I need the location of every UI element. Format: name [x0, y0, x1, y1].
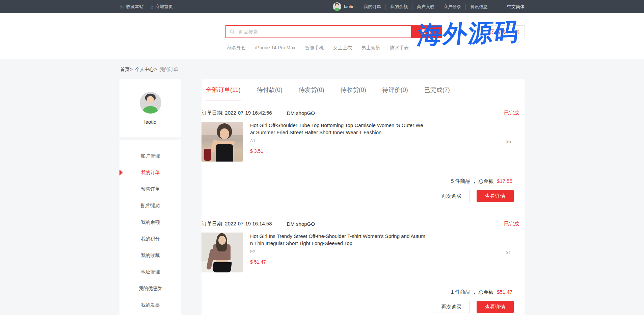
sidebar: laotie 账户管理 我的订单 预售订单 售后/退款 我的余额 我的积分 我的…	[119, 79, 181, 315]
nav-link-women-tops[interactable]: 女士上衣	[333, 45, 352, 51]
product-title[interactable]: Hot Girl Ins Trendy Street Off-the-Shoul…	[250, 233, 426, 247]
topbar-link-merchant-login[interactable]: 商户登录	[439, 4, 465, 10]
header: 搜索 购物车（3） 秋冬外套 iPhone 14 Pro Max 智能手机 女士…	[0, 13, 644, 59]
sidebar-item-my-invoices[interactable]: 我的发票	[119, 297, 181, 313]
order-summary-text: 1 件商品 ， 总金额	[451, 289, 493, 295]
order-date: 订单日期: 2022-07-19 16:14:58	[202, 221, 272, 227]
order-tabs: 全部订单(11) 待付款(0) 待发货(0) 待收货(0) 待评价(0) 已完成…	[202, 79, 525, 100]
cart-label: 购物车（3）	[496, 29, 522, 35]
nav-link-men-shorts[interactable]: 男士短裤	[361, 45, 380, 51]
language-selector[interactable]: 中文简体	[507, 4, 525, 10]
order-product-row: Hot Girl Ins Trendy Street Off-the-Shoul…	[202, 233, 525, 272]
product-quantity: x1	[506, 250, 511, 255]
order-status-badge: 已完成	[504, 110, 519, 116]
order-total: $51.47	[497, 289, 512, 295]
order-card: 订单日期: 2022-07-19 16:42:56 DM shopGO 已完成 …	[202, 110, 525, 211]
sidebar-menu: 账户管理 我的订单 预售订单 售后/退款 我的余额 我的积分 我的收藏 地址管理…	[119, 140, 181, 315]
topbar-user[interactable]: laotie	[333, 2, 354, 11]
sidebar-item-address[interactable]: 地址管理	[119, 264, 181, 280]
nav-link-iphone[interactable]: iPhone 14 Pro Max	[255, 45, 295, 51]
header-nav: 秋冬外套 iPhone 14 Pro Max 智能手机 女士上衣 男士短裤 防水…	[227, 45, 409, 51]
tab-pending-shipment[interactable]: 待发货(0)	[299, 79, 324, 100]
order-summary: 5 件商品 ， 总金额 $17.55	[202, 178, 525, 185]
username: laotie	[344, 4, 354, 9]
sidebar-item-my-favorites[interactable]: 我的收藏	[119, 247, 181, 264]
profile-avatar[interactable]	[140, 92, 161, 114]
sidebar-item-presale-orders[interactable]: 预售订单	[119, 181, 181, 197]
topbar: ☆ 收藏本站 ⌂ 商城首页 laotie 我的订单 我的余额 商户入驻 商户登录…	[0, 0, 644, 13]
sidebar-item-account[interactable]: 账户管理	[119, 148, 181, 164]
view-details-button[interactable]: 查看详情	[477, 301, 514, 313]
product-image[interactable]	[202, 233, 243, 272]
profile-card: laotie	[119, 79, 181, 137]
order-divider	[202, 280, 525, 280]
tab-pending-payment[interactable]: 待付款(0)	[257, 79, 283, 100]
store-name[interactable]: DM shopGO	[287, 110, 315, 116]
product-spec: F2	[250, 249, 506, 254]
cart-icon	[488, 28, 494, 35]
tab-pending-review[interactable]: 待评价(0)	[382, 79, 408, 100]
order-date: 订单日期: 2022-07-19 16:42:56	[202, 110, 272, 116]
product-title[interactable]: Hot Girl Off-Shoulder Tube Top Bottoming…	[250, 122, 426, 136]
sidebar-item-my-balance[interactable]: 我的余额	[119, 214, 181, 231]
topbar-right: laotie 我的订单 我的余额 商户入驻 商户登录 资讯信息 中文简体	[333, 2, 525, 11]
order-product-row: Hot Girl Off-Shoulder Tube Top Bottoming…	[202, 122, 525, 162]
user-avatar	[333, 2, 341, 11]
topbar-mall-home-label: 商城首页	[156, 4, 173, 10]
search-input[interactable]	[225, 25, 411, 38]
search-button[interactable]: 搜索	[411, 25, 442, 38]
breadcrumb-user-center[interactable]: 个人中心	[135, 67, 154, 72]
order-total: $17.55	[497, 178, 512, 184]
product-price: $ 3.51	[250, 148, 506, 154]
sidebar-item-aftersale-refund[interactable]: 售后/退款	[119, 197, 181, 214]
profile-username: laotie	[144, 119, 157, 125]
order-status-badge: 已完成	[504, 221, 519, 227]
sidebar-item-my-coupons[interactable]: 我的优惠券	[119, 280, 181, 297]
product-spec: A1	[250, 138, 506, 143]
topbar-left: ☆ 收藏本站 ⌂ 商城首页	[119, 4, 173, 10]
breadcrumb-current: 我的订单	[159, 67, 178, 72]
topbar-link-news[interactable]: 资讯信息	[465, 4, 492, 10]
orders-panel: 全部订单(11) 待付款(0) 待发货(0) 待收货(0) 待评价(0) 已完成…	[202, 79, 525, 315]
order-actions: 再次购买 查看详情	[202, 190, 525, 202]
search-icon	[230, 29, 235, 36]
order-summary-text: 5 件商品 ， 总金额	[451, 178, 493, 184]
order-summary: 1 件商品 ， 总金额 $51.47	[202, 289, 525, 295]
nav-link-smartphones[interactable]: 智能手机	[305, 45, 324, 51]
topbar-favorite[interactable]: ☆ 收藏本站	[119, 4, 143, 10]
sidebar-item-my-orders[interactable]: 我的订单	[119, 164, 181, 181]
tab-completed[interactable]: 已完成(7)	[424, 79, 450, 100]
topbar-mall-home[interactable]: ⌂ 商城首页	[150, 4, 173, 10]
product-image[interactable]	[202, 122, 243, 162]
topbar-link-merchant-join[interactable]: 商户入驻	[412, 4, 439, 10]
sidebar-item-my-points[interactable]: 我的积分	[119, 231, 181, 247]
product-quantity: x5	[506, 139, 511, 144]
nav-link-waterproof-watches[interactable]: 防水手表	[390, 45, 409, 51]
buy-again-button[interactable]: 再次购买	[433, 301, 470, 313]
cart-button[interactable]: 购物车（3）	[485, 25, 525, 38]
topbar-link-my-orders[interactable]: 我的订单	[359, 4, 385, 10]
order-actions: 再次购买 查看详情	[202, 301, 525, 313]
breadcrumb: 首页> 个人中心> 我的订单	[119, 59, 525, 79]
order-card: 订单日期: 2022-07-19 16:14:58 DM shopGO 已完成 …	[202, 221, 525, 313]
tab-all-orders[interactable]: 全部订单(11)	[206, 79, 241, 100]
breadcrumb-home[interactable]: 首页	[120, 67, 130, 72]
nav-link-autumn-coats[interactable]: 秋冬外套	[227, 45, 246, 51]
product-price: $ 51.47	[250, 259, 506, 265]
order-divider	[202, 169, 525, 169]
order-separator	[202, 211, 525, 211]
search-box: 搜索	[225, 25, 442, 38]
store-name[interactable]: DM shopGO	[287, 221, 315, 227]
buy-again-button[interactable]: 再次购买	[433, 190, 470, 202]
tab-pending-receipt[interactable]: 待收货(0)	[341, 79, 366, 100]
home-icon: ⌂	[150, 4, 153, 9]
star-icon: ☆	[119, 4, 124, 10]
view-details-button[interactable]: 查看详情	[477, 190, 514, 202]
topbar-link-my-balance[interactable]: 我的余额	[385, 4, 412, 10]
topbar-favorite-label: 收藏本站	[126, 4, 143, 10]
